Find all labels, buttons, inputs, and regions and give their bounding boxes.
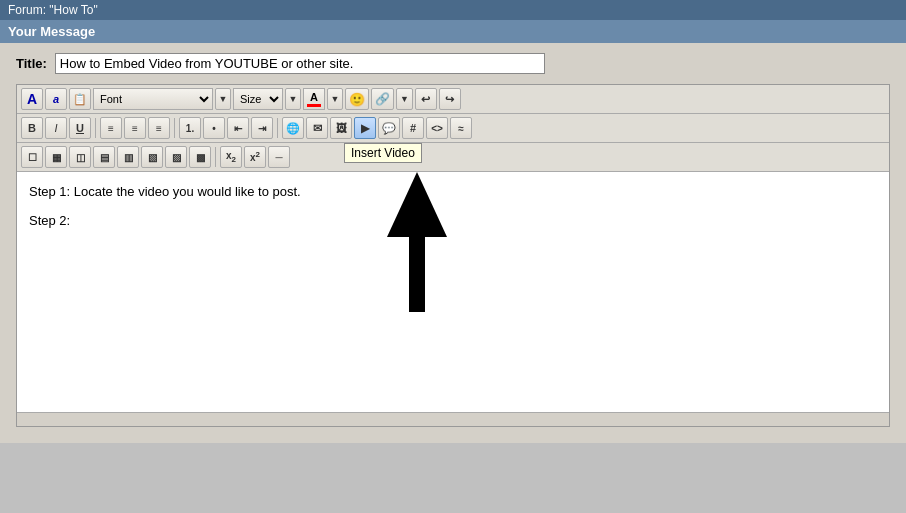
row3-btn3[interactable]: ◫ (69, 146, 91, 168)
redo-button[interactable]: ↪ (439, 88, 461, 110)
hashtag-button[interactable]: # (402, 117, 424, 139)
smiley-button[interactable]: 🙂 (345, 88, 369, 110)
special-button[interactable]: ≈ (450, 117, 472, 139)
insert-video-button[interactable]: ▶ (354, 117, 376, 139)
toolbar-sep-r3 (215, 147, 216, 167)
insert-email-button[interactable]: ✉ (306, 117, 328, 139)
font-dropdown-button[interactable]: ▼ (215, 88, 231, 110)
toolbar-row-2: B I U ≡ ≡ ≡ 1. (17, 114, 889, 143)
format-small-a-button[interactable]: a (45, 88, 67, 110)
text-color-button[interactable]: A (303, 88, 325, 110)
size-dropdown-button[interactable]: ▼ (285, 88, 301, 110)
header-title: Your Message (8, 24, 95, 39)
align-left-button[interactable]: ≡ (100, 117, 122, 139)
toolbar-sep-2 (174, 118, 175, 138)
insert-link-button[interactable]: 🌐 (282, 117, 304, 139)
subscript-button[interactable]: x2 (220, 146, 242, 168)
editor-container: A a 📋 Font Arial Times New Roman Verdana… (16, 84, 890, 427)
row3-btn7[interactable]: ▨ (165, 146, 187, 168)
toolbar-sep-1 (95, 118, 96, 138)
underline-button[interactable]: U (69, 117, 91, 139)
indent-less-button[interactable]: ⇤ (227, 117, 249, 139)
color-dropdown-button[interactable]: ▼ (327, 88, 343, 110)
format-big-A-button[interactable]: A (21, 88, 43, 110)
align-center-button[interactable]: ≡ (124, 117, 146, 139)
row3-btn8[interactable]: ▩ (189, 146, 211, 168)
row3-btn2[interactable]: ▦ (45, 146, 67, 168)
ordered-list-button[interactable]: 1. (179, 117, 201, 139)
undo-button[interactable]: ↩ (415, 88, 437, 110)
unordered-list-button[interactable]: • (203, 117, 225, 139)
divider-button[interactable]: ─ (268, 146, 290, 168)
forum-bar: Forum: "How To" (0, 0, 906, 20)
toolbar-row-1: A a 📋 Font Arial Times New Roman Verdana… (17, 85, 889, 114)
toolbar-sep-3 (277, 118, 278, 138)
title-row: Title: (16, 53, 890, 74)
insert-video-wrapper: ▶ Insert Video (354, 117, 376, 139)
indent-more-button[interactable]: ⇥ (251, 117, 273, 139)
row3-btn5[interactable]: ▥ (117, 146, 139, 168)
title-input[interactable] (55, 53, 545, 74)
row3-btn1[interactable]: ☐ (21, 146, 43, 168)
size-select[interactable]: Size 1234567 (233, 88, 283, 110)
toolbar-row-3: ☐ ▦ ◫ ▤ ▥ ▧ ▨ ▩ x (17, 143, 889, 172)
editor-status-bar (17, 412, 889, 426)
forum-bar-text: Forum: "How To" (8, 3, 98, 17)
editor-content[interactable]: Step 1: Locate the video you would like … (17, 172, 889, 412)
content-line-1: Step 1: Locate the video you would like … (29, 182, 877, 203)
editor-area-wrapper: Step 1: Locate the video you would like … (17, 172, 889, 412)
bold-button[interactable]: B (21, 117, 43, 139)
your-message-header: Your Message (0, 20, 906, 43)
outer-container: Title: A a 📋 Font Arial Times New Roman … (0, 43, 906, 443)
row3-btn6[interactable]: ▧ (141, 146, 163, 168)
title-label: Title: (16, 56, 47, 71)
font-select[interactable]: Font Arial Times New Roman Verdana Couri… (93, 88, 213, 110)
copy-paste-button[interactable]: 📋 (69, 88, 91, 110)
link-button[interactable]: 🔗 (371, 88, 394, 110)
insert-image-button[interactable]: 🖼 (330, 117, 352, 139)
superscript-button[interactable]: x2 (244, 146, 266, 168)
row3-btn4[interactable]: ▤ (93, 146, 115, 168)
speech-bubble-button[interactable]: 💬 (378, 117, 400, 139)
code-button[interactable]: <> (426, 117, 448, 139)
link-dropdown[interactable]: ▼ (396, 88, 413, 110)
italic-button[interactable]: I (45, 117, 67, 139)
align-right-button[interactable]: ≡ (148, 117, 170, 139)
content-line-2: Step 2: (29, 211, 877, 232)
